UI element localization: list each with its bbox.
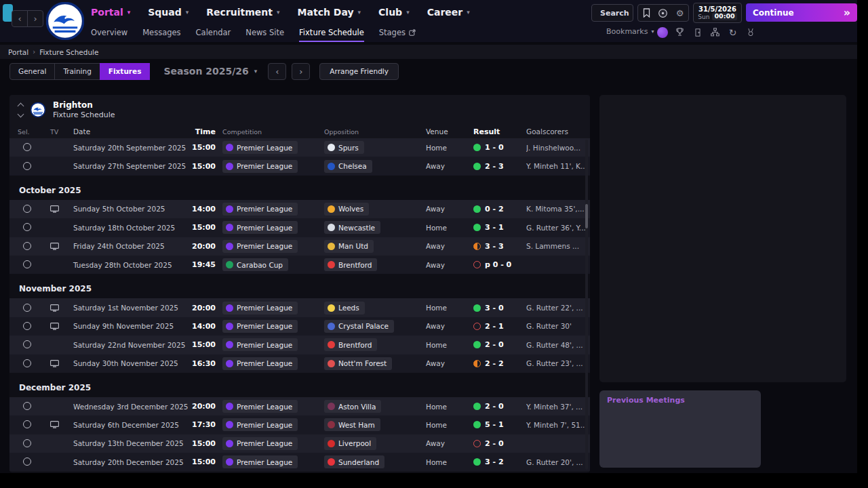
competition-chip[interactable]: Premier League [222,357,298,370]
col-goalscorers[interactable]: Goalscorers [526,127,590,136]
nav-club[interactable]: Club▾ [378,7,410,18]
tab-fixtures[interactable]: Fixtures [100,63,151,80]
opposition-chip[interactable]: Crystal Palace [324,320,394,333]
fixture-row[interactable]: Sunday 9th November 202514:00Premier Lea… [9,317,590,336]
competition-chip[interactable]: Premier League [222,221,298,234]
select-radio[interactable] [23,420,31,428]
table-scrollbar[interactable] [585,140,588,470]
select-radio[interactable] [23,205,31,213]
select-radio[interactable] [23,162,31,170]
subnav-stages[interactable]: Stages [379,24,416,42]
next-season-button[interactable]: › [292,63,310,80]
fixture-row[interactable]: Saturday 1st November 202520:00Premier L… [9,298,590,317]
opposition-chip[interactable]: Brentford [324,258,377,271]
fixture-row[interactable]: Saturday 20th December 202515:00Premier … [9,453,590,471]
opposition-chip[interactable]: Aston Villa [324,400,381,413]
chevron-up-icon[interactable] [18,102,24,109]
continue-button[interactable]: Continue » [746,3,857,22]
previous-season-button[interactable]: ‹ [268,63,286,80]
game-date[interactable]: 31/5/2026 Sun 00:00 [693,3,742,23]
col-result[interactable]: Result [473,127,526,136]
col-opposition[interactable]: Opposition [324,128,426,136]
scrollbar-thumb[interactable] [585,204,588,228]
gear-icon[interactable]: ⚙ [674,7,686,19]
opposition-chip[interactable]: Spurs [324,141,364,154]
select-radio[interactable] [23,359,31,367]
nav-career[interactable]: Career▾ [427,7,470,18]
org-chart-icon[interactable] [709,26,721,38]
subnav-news-site[interactable]: News Site [245,24,284,42]
sync-icon[interactable]: ↻ [727,26,738,38]
fm-logo-icon[interactable] [656,26,668,38]
opposition-chip[interactable]: Leeds [324,302,365,314]
fixture-row[interactable]: Wednesday 3rd December 202520:00Premier … [9,397,590,415]
bookmarks-dropdown[interactable]: Bookmarks ▾ [606,27,654,36]
competition-chip[interactable]: Premier League [222,400,298,413]
select-radio[interactable] [23,458,31,466]
subnav-overview[interactable]: Overview [91,24,127,42]
fixture-row[interactable]: Saturday 13th December 202515:00Premier … [9,434,590,453]
select-radio[interactable] [23,439,31,447]
breadcrumb-fixture-schedule[interactable]: Fixture Schedule [39,48,98,56]
competition-chip[interactable]: Premier League [222,437,298,450]
fixture-row[interactable]: Sunday 30th November 202516:30Premier Le… [9,354,590,373]
col-venue[interactable]: Venue [426,127,473,136]
select-radio[interactable] [23,260,31,268]
opposition-chip[interactable]: Man Utd [324,240,374,253]
chevron-down-icon[interactable] [18,110,24,117]
tab-general[interactable]: General [9,63,55,80]
opposition-chip[interactable]: West Ham [324,418,380,431]
competition-chip[interactable]: Premier League [222,240,298,253]
col-date[interactable]: Date [73,127,182,136]
select-radio[interactable] [23,402,31,410]
competition-chip[interactable]: Premier League [222,418,298,431]
fixture-row[interactable]: Sunday 5th October 202514:00Premier Leag… [9,200,590,218]
subnav-fixture-schedule[interactable]: Fixture Schedule [299,24,364,42]
nav-squad[interactable]: Squad▾ [148,7,189,18]
select-radio[interactable] [23,143,31,151]
season-selector[interactable]: Season 2025/26 ▾ [163,66,257,77]
subnav-messages[interactable]: Messages [142,24,180,42]
competition-chip[interactable]: Premier League [222,302,298,314]
fixture-row[interactable]: Friday 24th October 202520:00Premier Lea… [9,237,590,256]
competition-chip[interactable]: Premier League [222,320,298,333]
competition-chip[interactable]: Carabao Cup [222,258,288,271]
col-time[interactable]: Time [182,127,222,136]
opposition-chip[interactable]: Wolves [324,203,369,216]
nav-match-day[interactable]: Match Day▾ [298,7,361,18]
competition-chip[interactable]: Premier League [222,141,298,154]
select-radio[interactable] [23,242,31,250]
back-button[interactable]: ‹ [12,10,28,27]
exit-door-icon[interactable] [692,26,703,38]
medal-icon[interactable] [745,26,756,38]
col-sel[interactable]: Sel. [18,128,45,136]
competition-chip[interactable]: Premier League [222,203,298,216]
col-tv[interactable]: TV [45,128,73,136]
competition-chip[interactable]: Premier League [222,338,298,351]
select-radio[interactable] [23,223,31,231]
opposition-chip[interactable]: Nott'm Forest [324,357,392,370]
fixture-row[interactable]: Saturday 20th September 202515:00Premier… [9,138,590,157]
brighton-crest-icon[interactable] [46,2,84,40]
opposition-chip[interactable]: Liverpool [324,437,376,450]
select-radio[interactable] [23,340,31,348]
arrange-friendly-button[interactable]: Arrange Friendly [319,63,399,80]
select-radio[interactable] [23,322,31,330]
bookmark-icon[interactable] [641,7,652,19]
opposition-chip[interactable]: Sunderland [324,455,384,468]
fixture-row[interactable]: Saturday 6th December 202517:30Premier L… [9,415,590,434]
tab-training[interactable]: Training [54,63,100,80]
fixture-row[interactable]: Saturday 27th September 202515:00Premier… [9,157,590,175]
nav-recruitment[interactable]: Recruitment▾ [206,7,279,18]
fixture-row[interactable]: Saturday 22nd November 202515:00Premier … [9,336,590,354]
trophy-icon[interactable] [674,26,686,38]
opposition-chip[interactable]: Newcastle [324,221,380,234]
nav-portal[interactable]: Portal▾ [91,7,130,18]
select-radio[interactable] [23,304,31,312]
forward-button[interactable]: › [27,10,43,27]
search-button[interactable]: Search [591,4,633,22]
col-competition[interactable]: Competition [222,128,324,136]
ball-icon[interactable] [657,7,669,19]
opposition-chip[interactable]: Chelsea [324,160,372,173]
opposition-chip[interactable]: Brentford [324,338,377,351]
